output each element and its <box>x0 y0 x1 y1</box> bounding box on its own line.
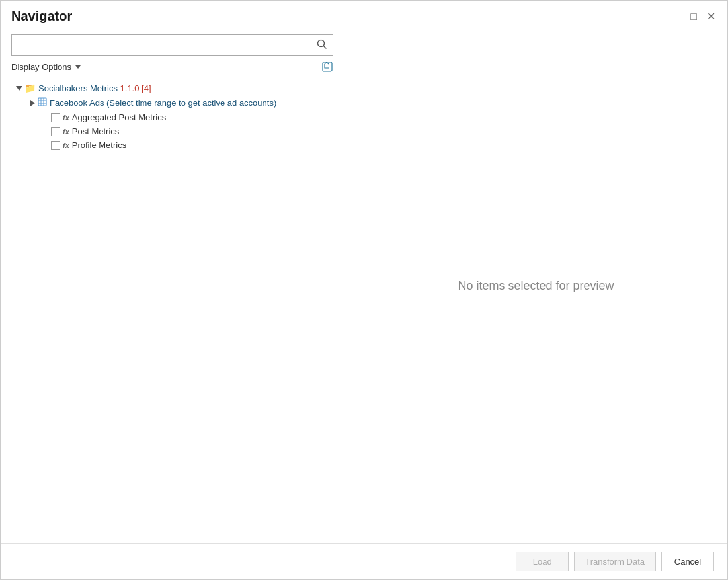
title-bar: Navigator □ ✕ <box>1 1 727 29</box>
footer: Load Transform Data Cancel <box>1 543 727 579</box>
tree-root-label: Socialbakers Metrics 1.1.0 [4] <box>38 83 151 93</box>
tree-profile-metrics-item[interactable]: fx Profile Metrics <box>11 138 333 152</box>
aggregated-item-label: Aggregated Post Metrics <box>72 112 166 122</box>
fx-icon-post: fx <box>63 128 69 136</box>
table-icon <box>38 97 47 108</box>
fx-icon-aggregated: fx <box>63 114 69 122</box>
search-icon <box>317 39 327 52</box>
transform-data-button[interactable]: Transform Data <box>574 552 656 571</box>
refresh-button[interactable] <box>321 61 333 73</box>
tree-aggregated-item[interactable]: fx Aggregated Post Metrics <box>11 110 333 124</box>
display-options-button[interactable]: Display Options <box>11 62 81 72</box>
tree-expand-facebook-btn[interactable] <box>27 98 38 108</box>
profile-metrics-label: Profile Metrics <box>72 140 126 150</box>
tree-container: 📁 Socialbakers Metrics 1.1.0 [4] <box>11 81 333 538</box>
tree-facebook-item[interactable]: Facebook Ads (Select time range to get a… <box>11 95 333 110</box>
tree-collapse-btn[interactable] <box>14 83 24 93</box>
search-input[interactable] <box>12 38 311 53</box>
close-icon: ✕ <box>707 10 715 22</box>
left-panel: Display Options <box>1 29 344 543</box>
minimize-button[interactable]: □ <box>688 11 700 22</box>
facebook-item-label: Facebook Ads (Select time range to get a… <box>50 98 276 108</box>
right-panel: No items selected for preview <box>344 29 727 543</box>
post-metrics-label: Post Metrics <box>72 126 120 136</box>
window-controls: □ ✕ <box>688 11 717 22</box>
search-button[interactable] <box>311 34 333 56</box>
tree-root-item[interactable]: 📁 Socialbakers Metrics 1.1.0 [4] <box>11 81 333 95</box>
fx-icon-profile: fx <box>63 142 69 149</box>
post-metrics-checkbox[interactable] <box>51 127 60 136</box>
load-button[interactable]: Load <box>516 552 569 571</box>
table-grid-icon <box>38 97 47 106</box>
window-title: Navigator <box>11 9 72 24</box>
no-preview-text: No items selected for preview <box>458 279 614 293</box>
chevron-down-icon <box>75 65 81 69</box>
display-options-label: Display Options <box>11 62 71 72</box>
navigator-window: Navigator □ ✕ <box>0 0 728 580</box>
tree-post-metrics-item[interactable]: fx Post Metrics <box>11 124 333 138</box>
svg-rect-3 <box>38 98 46 106</box>
svg-rect-2 <box>323 62 332 71</box>
svg-line-1 <box>324 46 327 48</box>
close-button[interactable]: ✕ <box>705 11 717 22</box>
cancel-button[interactable]: Cancel <box>661 552 714 571</box>
search-container <box>11 34 333 56</box>
expand-down-icon <box>16 86 22 91</box>
expand-right-icon <box>30 100 35 106</box>
folder-icon: 📁 <box>24 83 36 93</box>
refresh-icon <box>321 61 333 73</box>
content-area: Display Options <box>1 29 727 543</box>
minimize-icon: □ <box>690 11 697 22</box>
display-options-row: Display Options <box>11 61 333 73</box>
profile-metrics-checkbox[interactable] <box>51 141 60 150</box>
aggregated-checkbox[interactable] <box>51 113 60 122</box>
